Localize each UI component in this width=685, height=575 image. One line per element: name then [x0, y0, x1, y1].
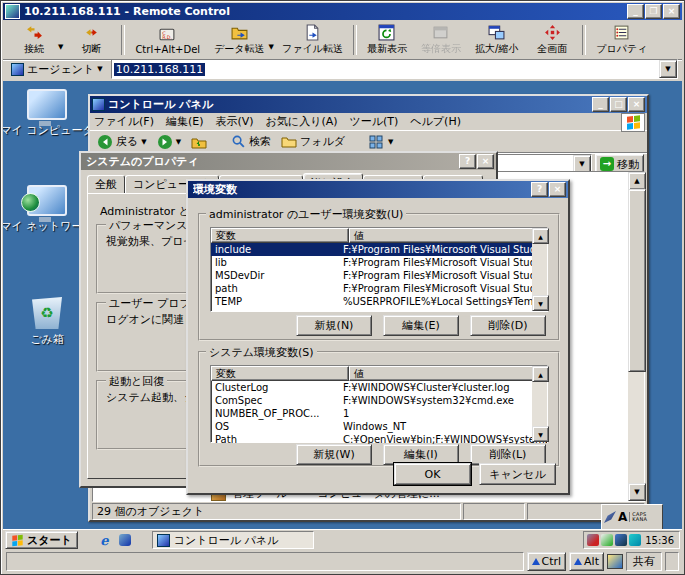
- ime-mode-indicator[interactable]: A: [618, 510, 627, 524]
- scroll-down-button[interactable]: ▼: [532, 295, 549, 311]
- scroll-up-button[interactable]: ▲: [628, 172, 646, 190]
- ok-button[interactable]: OK: [394, 463, 471, 485]
- environment-variables-titlebar[interactable]: 環境変数 ? ×: [188, 181, 568, 198]
- control-panel-titlebar[interactable]: コントロール パネル _ □ ×: [90, 96, 647, 113]
- env-help-button[interactable]: ?: [531, 182, 548, 197]
- column-variable[interactable]: 変数: [211, 366, 349, 381]
- file-transfer-button[interactable]: ファイル転送: [275, 22, 350, 58]
- back-dropdown-icon[interactable]: ▼: [141, 138, 146, 146]
- tray-users-icon[interactable]: [629, 534, 641, 546]
- restore-button[interactable]: ❐: [645, 4, 662, 19]
- desktop-icon-recycle-bin[interactable]: ♻ ごみ箱: [9, 297, 85, 347]
- agent-combo-dropdown-button[interactable]: ▼: [659, 60, 677, 78]
- table-row[interactable]: pathF:¥Program Files¥Microsoft Visual St…: [211, 282, 547, 295]
- back-button[interactable]: 戻る ▼: [94, 134, 150, 150]
- table-row[interactable]: libF:¥Program Files¥Microsoft Visual Stu…: [211, 256, 547, 269]
- connect-button[interactable]: 接続: [7, 22, 61, 58]
- scroll-down-button[interactable]: ▼: [628, 483, 646, 501]
- menu-tools[interactable]: ツール(T): [350, 114, 399, 129]
- folders-button[interactable]: フォルダ: [278, 134, 348, 150]
- remote-desktop: マイ コンピュータ マイ ネットワーク ♻ ごみ箱 コントロール パネル _ □…: [3, 81, 682, 550]
- agent-menu-button[interactable]: エージェント ▼: [7, 61, 107, 78]
- toolbar-separator: [353, 25, 357, 55]
- table-row[interactable]: MSDevDirF:¥Program Files¥Microsoft Visua…: [211, 269, 547, 282]
- table-row[interactable]: includeF:¥Program Files¥Microsoft Visual…: [211, 243, 547, 256]
- table-row[interactable]: TEMP%USERPROFILE%¥Local Settings¥Temp: [211, 295, 547, 308]
- menu-help[interactable]: ヘルプ(H): [410, 114, 461, 129]
- forward-button[interactable]: ▼: [154, 134, 184, 150]
- sysprop-help-button[interactable]: ?: [459, 154, 476, 169]
- quicklaunch-button[interactable]: [117, 532, 134, 548]
- control-panel-statusbar: 29 個のオブジェクト: [92, 502, 645, 520]
- refresh-button[interactable]: 最新表示: [360, 22, 414, 58]
- scroll-up-button[interactable]: ▲: [532, 366, 549, 382]
- system-list-scrollbar[interactable]: ▲ ▼: [532, 366, 547, 442]
- data-transfer-dropdown-icon[interactable]: ▼: [269, 43, 274, 51]
- views-dropdown-icon[interactable]: ▼: [388, 138, 393, 146]
- cp-minimize-button[interactable]: _: [592, 97, 609, 112]
- connect-dropdown-icon[interactable]: ▼: [58, 43, 63, 51]
- views-button[interactable]: ▼: [366, 134, 396, 150]
- tray-network-icon[interactable]: [615, 534, 627, 546]
- alt-key-button[interactable]: Alt: [569, 552, 604, 571]
- scroll-down-button[interactable]: ▼: [532, 426, 549, 442]
- menu-file[interactable]: ファイル(F): [94, 114, 154, 129]
- user-edit-button[interactable]: 編集(E): [383, 315, 459, 336]
- up-button[interactable]: [188, 134, 210, 150]
- system-delete-button[interactable]: 削除(L): [470, 444, 546, 465]
- desktop-icon-my-computer[interactable]: マイ コンピュータ: [9, 89, 85, 138]
- column-value[interactable]: 値: [349, 228, 547, 243]
- column-value[interactable]: 値: [349, 366, 547, 381]
- table-row[interactable]: ClusterLogF:¥WINDOWS¥Cluster¥cluster.log: [211, 381, 547, 394]
- menu-view[interactable]: 表示(V): [216, 114, 254, 129]
- tab-general[interactable]: 全般: [87, 175, 125, 194]
- tray-task-icon[interactable]: [601, 534, 613, 546]
- system-edit-button[interactable]: 編集(I): [383, 444, 459, 465]
- control-panel-icon: [157, 534, 170, 547]
- table-row[interactable]: NUMBER_OF_PROC...1: [211, 407, 547, 420]
- user-new-button[interactable]: 新規(N): [296, 315, 372, 336]
- system-new-button[interactable]: 新規(W): [296, 444, 372, 465]
- cp-maximize-button[interactable]: □: [610, 97, 627, 112]
- close-button[interactable]: ×: [663, 4, 680, 19]
- list-header: 変数 値: [211, 228, 547, 243]
- taskbar-clock[interactable]: 15:36: [643, 535, 676, 546]
- start-button[interactable]: スタート: [5, 531, 78, 549]
- menu-edit[interactable]: 編集(E): [166, 114, 204, 129]
- table-row[interactable]: OSWindows_NT: [211, 420, 547, 433]
- zoom-button[interactable]: 拡大/縮小: [468, 22, 525, 58]
- search-button[interactable]: 検索: [228, 134, 274, 149]
- user-variables-list[interactable]: 変数 値 includeF:¥Program Files¥Microsoft V…: [210, 227, 548, 312]
- app-titlebar[interactable]: 10.211.168.111 - Remote Control _ ❐ ×: [3, 3, 682, 20]
- cancel-button[interactable]: キャンセル: [479, 463, 556, 485]
- menu-favorites[interactable]: お気に入り(A): [266, 114, 338, 129]
- taskbar-item-control-panel[interactable]: コントロール パネル: [152, 531, 314, 549]
- scrollbar-thumb[interactable]: [628, 189, 646, 372]
- ime-bar[interactable]: A CAPS KANA: [601, 504, 663, 530]
- disconnect-button[interactable]: 切断: [64, 22, 118, 58]
- user-delete-button[interactable]: 削除(D): [470, 315, 546, 336]
- scroll-up-button[interactable]: ▲: [532, 228, 549, 244]
- tray-disconnect-icon[interactable]: [587, 534, 599, 546]
- table-row[interactable]: ComSpecF:¥WINDOWS¥system32¥cmd.exe: [211, 394, 547, 407]
- agent-combobox[interactable]: 10.211.168.111 ▼: [111, 59, 678, 79]
- desktop-icon-my-network[interactable]: マイ ネットワーク: [9, 185, 85, 234]
- fullscreen-button[interactable]: 全画面: [525, 22, 579, 58]
- properties-button[interactable]: プロパティ: [589, 22, 654, 58]
- cp-close-button[interactable]: ×: [628, 97, 645, 112]
- system-properties-titlebar[interactable]: システムのプロパティ ? ×: [81, 153, 496, 170]
- ctrl-key-button[interactable]: Ctrl: [527, 552, 567, 571]
- kana-indicator[interactable]: KANA: [632, 517, 647, 522]
- column-variable[interactable]: 変数: [211, 228, 349, 243]
- ctrl-alt-del-button[interactable]: CR.D. Ctrl+Alt+Del: [128, 22, 207, 58]
- system-variables-list[interactable]: 変数 値 ClusterLogF:¥WINDOWS¥Cluster¥cluste…: [210, 365, 548, 443]
- quicklaunch-ie-button[interactable]: e: [96, 532, 113, 548]
- minimize-button[interactable]: _: [627, 4, 644, 19]
- env-close-button[interactable]: ×: [549, 182, 566, 197]
- user-list-scrollbar[interactable]: ▲ ▼: [532, 228, 547, 311]
- sysprop-close-button[interactable]: ×: [477, 154, 494, 169]
- forward-dropdown-icon[interactable]: ▼: [176, 138, 181, 146]
- agent-bar: エージェント ▼ 10.211.168.111 ▼: [3, 58, 682, 80]
- data-transfer-button[interactable]: データ転送: [207, 22, 271, 58]
- content-scrollbar[interactable]: ▲ ▼: [628, 172, 644, 501]
